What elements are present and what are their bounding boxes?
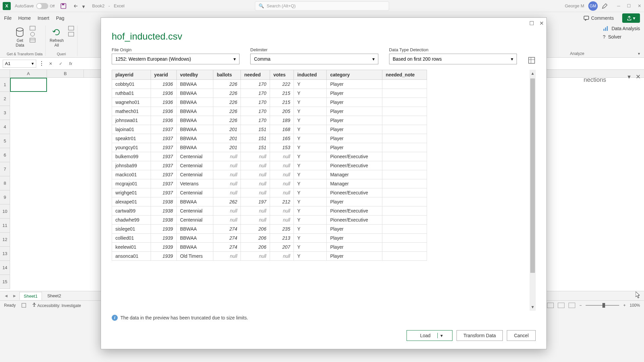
row-header[interactable]: 4 — [0, 120, 10, 134]
comments-button[interactable]: Comments — [579, 13, 618, 23]
scroll-up-icon[interactable]: ▲ — [529, 70, 536, 77]
table-row[interactable]: ruthba011936BBWAA226170215YPlayer — [112, 89, 427, 98]
minimize-icon[interactable]: ─ — [617, 3, 620, 8]
name-box-dropdown-icon[interactable]: ▾ — [32, 61, 34, 66]
preview-scrollbar[interactable]: ▲ ▼ — [530, 70, 536, 311]
ribbon-collapse-icon[interactable]: ▾ — [638, 51, 640, 56]
column-header[interactable]: playerid — [112, 70, 151, 80]
pane-close-icon[interactable]: ✕ — [636, 73, 641, 80]
row-header[interactable]: 15 — [0, 275, 10, 289]
row-header[interactable]: 12 — [0, 233, 10, 247]
solver-button[interactable]: ? Solver — [603, 34, 640, 40]
row-header[interactable]: 5 — [0, 134, 10, 148]
transform-data-button[interactable]: Transform Data — [457, 330, 503, 341]
table-row[interactable]: ansonca011939Old TimersnullnullnullYPlay… — [112, 252, 427, 261]
column-header-b[interactable]: B — [47, 70, 84, 77]
table-row[interactable]: wrighge011937CentennialnullnullnullYPion… — [112, 188, 427, 197]
table-row[interactable]: johnsba991937CentennialnullnullnullYPion… — [112, 161, 427, 170]
table-row[interactable]: lajoina011937BBWAA201151168YPlayer — [112, 125, 427, 134]
delimiter-select[interactable]: Comma ▾ — [250, 54, 378, 64]
column-header[interactable]: category — [327, 70, 382, 80]
from-table-icon[interactable] — [29, 38, 36, 43]
table-row[interactable]: mcgrajo011937VeteransnullnullnullYManage… — [112, 179, 427, 188]
undo-icon[interactable] — [73, 3, 78, 9]
cancel-button[interactable]: Cancel — [507, 330, 536, 341]
row-header[interactable]: 7 — [0, 162, 10, 176]
properties-icon[interactable] — [68, 32, 74, 37]
row-header[interactable]: 14 — [0, 261, 10, 275]
row-header[interactable]: 2 — [0, 92, 10, 106]
table-row[interactable]: keelewi011939BBWAA274206207YPlayer — [112, 243, 427, 252]
select-all-corner[interactable] — [0, 70, 10, 77]
user-avatar[interactable]: GM — [588, 1, 598, 11]
load-button-dropdown[interactable]: ▾ — [438, 333, 445, 338]
column-header[interactable]: yearid — [151, 70, 176, 80]
scroll-thumb[interactable] — [530, 78, 535, 273]
page-break-view-icon[interactable] — [569, 303, 575, 308]
table-row[interactable]: chadwhe991938CentennialnullnullnullYPion… — [112, 216, 427, 225]
pane-dropdown-icon[interactable]: ▾ — [628, 73, 631, 80]
column-header[interactable]: votedby — [176, 70, 213, 80]
column-header[interactable]: ballots — [213, 70, 241, 80]
pen-icon[interactable] — [602, 3, 608, 9]
zoom-slider[interactable] — [586, 305, 619, 306]
column-header[interactable]: needed_note — [382, 70, 427, 80]
close-icon[interactable]: ✕ — [638, 3, 641, 8]
page-layout-view-icon[interactable] — [558, 303, 565, 308]
tab-file[interactable]: File — [4, 15, 12, 21]
tab-page[interactable]: Pag — [56, 15, 64, 21]
fx-icon[interactable]: fx — [67, 61, 74, 66]
save-icon[interactable] — [60, 3, 67, 9]
search-input[interactable]: 🔍 Search (Alt+Q) — [255, 1, 389, 11]
autosave-toggle[interactable] — [36, 3, 48, 9]
sheet-tab-sheet1[interactable]: Sheet1 — [19, 292, 42, 300]
sheet-nav-prev-icon[interactable]: ◄ — [3, 293, 10, 298]
normal-view-icon[interactable] — [547, 303, 554, 308]
row-header[interactable]: 10 — [0, 204, 10, 219]
schema-settings-icon[interactable] — [528, 56, 536, 64]
name-box[interactable]: A1 ▾ — [3, 60, 36, 68]
file-origin-select[interactable]: 1252: Western European (Windows) ▾ — [112, 54, 239, 64]
refresh-all-button[interactable]: Refresh All — [48, 25, 65, 49]
sheet-nav-next-icon[interactable]: ► — [11, 293, 18, 298]
tab-home[interactable]: Home — [18, 15, 31, 21]
enter-formula-icon[interactable]: ✓ — [57, 61, 64, 66]
cancel-formula-icon[interactable]: ✕ — [47, 61, 54, 66]
table-row[interactable]: wagneho011936BBWAA226170215YPlayer — [112, 98, 427, 107]
table-row[interactable]: johnswa011936BBWAA226170189YPlayer — [112, 116, 427, 125]
row-header[interactable]: 11 — [0, 219, 10, 233]
zoom-out-icon[interactable]: − — [579, 303, 582, 308]
table-row[interactable]: mackco011937CentennialnullnullnullYManag… — [112, 170, 427, 179]
from-text-icon[interactable] — [29, 25, 36, 31]
load-button[interactable]: Load ▾ — [407, 330, 452, 341]
table-row[interactable]: youngcy011937BBWAA201151153YPlayer — [112, 143, 427, 152]
get-data-button[interactable]: Get Data — [13, 25, 26, 49]
sheet-tab-sheet2[interactable]: Sheet2 — [43, 292, 65, 300]
table-row[interactable]: bulkemo991937CentennialnullnullnullYPion… — [112, 152, 427, 161]
row-header[interactable]: 3 — [0, 106, 10, 120]
column-header[interactable]: inducted — [294, 70, 327, 80]
tab-insert[interactable]: Insert — [38, 15, 49, 21]
zoom-in-icon[interactable]: + — [623, 303, 626, 308]
dialog-close-icon[interactable]: ✕ — [539, 20, 544, 26]
row-header[interactable]: 13 — [0, 247, 10, 261]
macro-rec-icon[interactable] — [21, 303, 26, 308]
row-header[interactable]: 1 — [0, 78, 10, 92]
load-button-main[interactable]: Load — [414, 333, 438, 338]
table-row[interactable]: cartwal991938CentennialnullnullnullYPion… — [112, 206, 427, 216]
detection-select[interactable]: Based on first 200 rows ▾ — [389, 54, 517, 64]
data-analysis-button[interactable]: Data Analysis — [603, 25, 640, 32]
row-header[interactable]: 6 — [0, 148, 10, 162]
table-row[interactable]: cobbty011936BBWAA226170222YPlayer — [112, 80, 427, 89]
scroll-down-icon[interactable]: ▼ — [529, 303, 536, 311]
row-header[interactable]: 8 — [0, 176, 10, 190]
from-web-icon[interactable] — [29, 32, 36, 37]
selected-cell-a1[interactable] — [10, 78, 47, 92]
share-button[interactable]: ▾ — [622, 13, 640, 23]
table-row[interactable]: mathech011936BBWAA226170205YPlayer — [112, 107, 427, 116]
queries-icon[interactable] — [68, 25, 74, 31]
column-header-a[interactable]: A — [10, 70, 47, 77]
maximize-icon[interactable]: ☐ — [627, 3, 631, 8]
table-row[interactable]: collied011939BBWAA274206213YPlayer — [112, 234, 427, 243]
table-row[interactable]: alexape011938BBWAA262197212YPlayer — [112, 197, 427, 206]
